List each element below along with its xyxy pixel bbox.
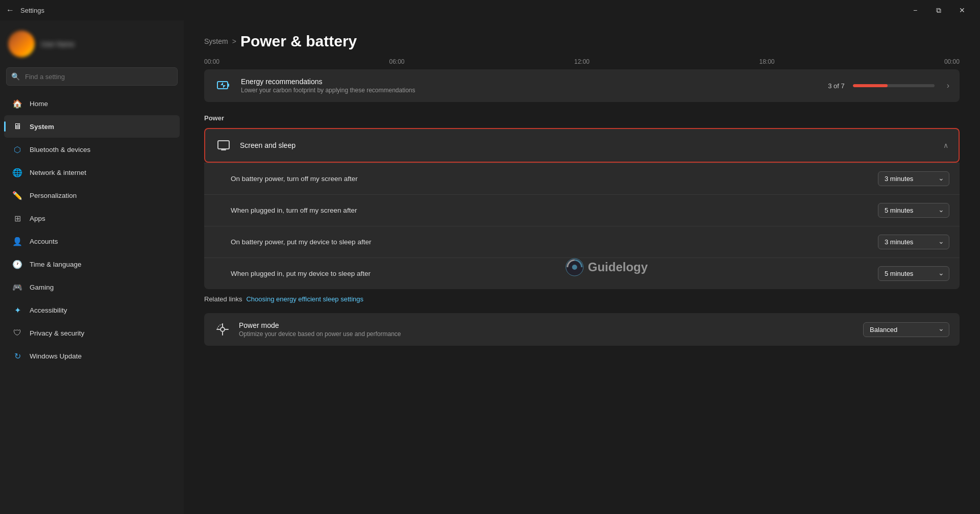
svg-point-5 [220,327,225,331]
sidebar-item-label: Apps [30,215,45,222]
sidebar-item-home[interactable]: 🏠 Home [4,92,180,115]
close-button[interactable]: ✕ [950,2,974,18]
plugged-screen-off-select[interactable]: 5 minutes 1 minute 2 minutes 3 minutes 1… [878,203,949,218]
row-label-1: When plugged in, turn off my screen afte… [231,207,878,214]
sidebar-item-accounts[interactable]: 👤 Accounts [4,230,180,252]
timeline-label-2: 12:00 [574,58,590,65]
sidebar-item-bluetooth[interactable]: ⬡ Bluetooth & devices [4,138,180,161]
timeline-label-3: 18:00 [759,58,774,65]
settings-row-0: On battery power, turn off my screen aft… [204,163,960,194]
timeline-label-4: 00:00 [944,58,960,65]
sidebar-item-label: Privacy & security [30,329,84,337]
sidebar-item-label: Accounts [30,238,58,245]
timeline-bar: 00:00 06:00 12:00 18:00 00:00 [184,54,980,69]
settings-row-3: When plugged in, put my device to sleep … [204,258,960,289]
bluetooth-icon: ⬡ [12,144,22,155]
titlebar: ← Settings − ⧉ ✕ [0,0,980,20]
battery-screen-off-select[interactable]: 3 minutes 1 minute 2 minutes 5 minutes 1… [878,171,949,186]
app-body: User Name 🔍 🏠 Home 🖥 System ⬡ Bluetooth … [0,20,980,514]
breadcrumb: System > Power & battery [204,33,960,50]
timeline-label-0: 00:00 [204,58,219,65]
time-icon: 🕐 [12,259,22,269]
username: User Name [41,40,75,48]
sidebar-item-update[interactable]: ↻ Windows Update [4,345,180,367]
accounts-icon: 👤 [12,236,22,246]
breadcrumb-separator: > [232,37,236,45]
update-icon: ↻ [12,351,22,361]
sidebar-item-label: Network & internet [30,169,86,176]
breadcrumb-parent[interactable]: System [204,37,228,45]
sidebar-profile: User Name [0,24,184,67]
privacy-icon: 🛡 [12,328,22,338]
sidebar-item-gaming[interactable]: 🎮 Gaming [4,276,180,298]
window-controls: − ⧉ ✕ [903,2,974,18]
apps-icon: ⊞ [12,213,22,223]
sidebar-item-apps[interactable]: ⊞ Apps [4,207,180,229]
titlebar-title: Settings [20,7,44,14]
avatar [8,31,35,57]
sidebar-item-system[interactable]: 🖥 System [4,115,180,138]
power-mode-dropdown-wrapper: Balanced Best power efficiency Best perf… [863,322,949,337]
sidebar-item-label: Personalization [30,192,77,199]
home-icon: 🏠 [12,98,22,109]
network-icon: 🌐 [12,167,22,177]
row-label-0: On battery power, turn off my screen aft… [231,175,878,183]
restore-button[interactable]: ⧉ [927,2,950,18]
energy-banner[interactable]: Energy recommendations Lower your carbon… [204,69,960,102]
sidebar-item-label: Accessibility [30,306,67,314]
energy-sleep-link[interactable]: Choosing energy efficient sleep settings [246,295,363,303]
settings-row-2: On battery power, put my device to sleep… [204,226,960,258]
content-scroll: Energy recommendations Lower your carbon… [184,69,980,514]
energy-right: 3 of 7 › [828,81,949,90]
minimize-button[interactable]: − [903,2,927,18]
power-section-label: Power [204,114,960,122]
energy-progress-label: 3 of 7 [828,82,845,90]
sidebar-item-personalization[interactable]: ✏️ Personalization [4,184,180,207]
accessibility-icon: ✦ [12,305,22,315]
power-mode-text: Power mode Optimize your device based on… [239,321,863,338]
sidebar-item-label: Bluetooth & devices [30,146,90,153]
sidebar-item-accessibility[interactable]: ✦ Accessibility [4,299,180,321]
svg-rect-3 [228,84,229,87]
personalization-icon: ✏️ [12,190,22,200]
sidebar-item-privacy[interactable]: 🛡 Privacy & security [4,322,180,344]
sidebar-item-label: Windows Update [30,352,82,360]
power-mode-select[interactable]: Balanced Best power efficiency Best perf… [863,322,949,337]
row-label-3: When plugged in, put my device to sleep … [231,270,878,277]
sidebar-item-time[interactable]: 🕐 Time & language [4,253,180,275]
sidebar-item-label: System [30,123,54,131]
sidebar-nav: 🏠 Home 🖥 System ⬡ Bluetooth & devices 🌐 … [0,92,184,514]
energy-title: Energy recommendations [241,78,828,86]
sidebar-item-label: Home [30,100,48,108]
screen-sleep-header[interactable]: Screen and sleep ∧ [204,128,960,163]
power-mode-card: Power mode Optimize your device based on… [204,313,960,346]
gaming-icon: 🎮 [12,282,22,292]
search-input[interactable] [6,67,178,86]
dropdown-wrapper-2: 3 minutes 1 minute 2 minutes 5 minutes 1… [878,235,949,249]
power-mode-icon [214,321,231,338]
sidebar: User Name 🔍 🏠 Home 🖥 System ⬡ Bluetooth … [0,20,184,514]
content-header: System > Power & battery [184,20,980,54]
settings-back-icon[interactable]: ← [6,6,14,15]
sidebar-search-wrapper: 🔍 [6,67,178,86]
power-mode-subtitle: Optimize your device based on power use … [239,330,863,338]
system-icon: 🖥 [12,121,22,132]
svg-rect-4 [218,141,229,149]
row-label-2: On battery power, put my device to sleep… [231,238,878,246]
screen-sleep-label: Screen and sleep [240,141,943,149]
energy-progress-fill [853,84,888,87]
sidebar-item-network[interactable]: 🌐 Network & internet [4,161,180,184]
page-title: Power & battery [240,33,357,50]
sidebar-item-label: Time & language [30,261,82,268]
related-links: Related links Choosing energy efficient … [204,289,960,311]
screen-sleep-icon [215,137,232,153]
energy-text: Energy recommendations Lower your carbon… [241,78,828,94]
power-mode-title: Power mode [239,321,863,329]
plugged-sleep-select[interactable]: 5 minutes 1 minute 2 minutes 3 minutes 1… [878,266,949,281]
settings-rows: On battery power, turn off my screen aft… [204,163,960,289]
battery-sleep-select[interactable]: 3 minutes 1 minute 2 minutes 5 minutes 1… [878,235,949,249]
main-content: Guidelogy System > Power & battery 00:00… [184,20,980,514]
timeline-label-1: 06:00 [389,58,404,65]
dropdown-wrapper-3: 5 minutes 1 minute 2 minutes 3 minutes 1… [878,266,949,281]
related-links-label: Related links [204,295,242,303]
